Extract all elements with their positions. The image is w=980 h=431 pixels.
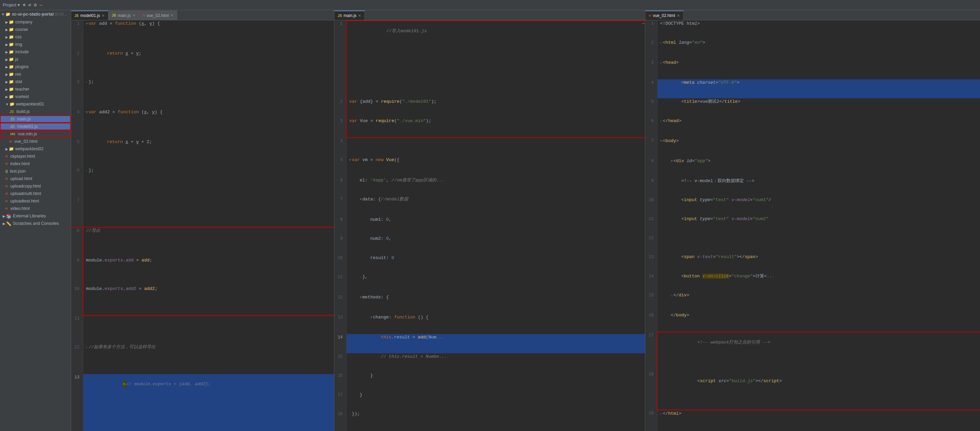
add-icon[interactable]: ⊕ xyxy=(23,2,25,8)
line-number: 6 xyxy=(334,177,346,196)
close-icon[interactable]: ✕ xyxy=(132,13,135,18)
tab-label: model01.js xyxy=(80,13,100,18)
tab-model01-js[interactable]: JS model01.js ✕ xyxy=(71,11,108,20)
line-number: 16 xyxy=(645,312,657,332)
arrow-icon: ▶ xyxy=(5,80,8,84)
tab-vue02-html-3[interactable]: H vue_02.html ✕ xyxy=(645,11,684,20)
sidebar-item-webpacktest02[interactable]: ▶ 📁 webpacktest02 xyxy=(0,145,71,153)
sidebar-item-js[interactable]: ▶ 📁 js xyxy=(0,56,71,63)
arrow-icon: ▶ xyxy=(5,65,8,69)
scratches-and-consoles[interactable]: ▶ ✏️ Scratches and Consoles xyxy=(0,220,71,227)
tab-main-js[interactable]: JS main.js ✕ xyxy=(108,11,139,20)
code-line: ▷<head> xyxy=(657,59,980,79)
sidebar-item-vue02-html[interactable]: H vue_02.html xyxy=(0,138,71,145)
sidebar-item-uploadmulti-html[interactable]: H uploadmulti.html xyxy=(0,190,71,197)
sidebar-item-include[interactable]: ▶ 📁 include xyxy=(0,48,71,56)
sidebar-item-video-html[interactable]: H video.html xyxy=(0,205,71,212)
sidebar-item-build-js[interactable]: JS build.js xyxy=(0,108,71,115)
arrow-icon: ▶ xyxy=(3,214,5,218)
sidebar-item-label: uploadtest.html xyxy=(11,199,39,203)
folder-icon: 📁 xyxy=(9,57,14,62)
table-row: 2 var {add} = require("./model01"); xyxy=(334,98,645,118)
line-number: 15 xyxy=(645,292,657,312)
sidebar-item-index-html[interactable]: H index.html xyxy=(0,160,71,168)
external-libraries-label: External Libraries xyxy=(13,214,46,219)
code-line: ▼<body> xyxy=(657,138,980,158)
close-icon[interactable]: ✕ xyxy=(170,13,173,18)
line-number: 1 xyxy=(645,20,657,39)
table-row: 12 xyxy=(645,235,980,254)
table-row: 4 xyxy=(334,138,645,157)
scratches-and-consoles-label: Scratches and Consoles xyxy=(13,221,59,226)
tab-main-js-2[interactable]: JS main.js ✕ xyxy=(334,11,365,20)
code-line: //导入model01.js — xyxy=(346,21,645,98)
sidebar: ▼ 📁 xc-ui-pc-static-portal D:\习... ▶ 📁 c… xyxy=(0,10,71,431)
code-line: ▷</head> xyxy=(657,118,980,138)
sidebar-item-uploadtest-html[interactable]: H uploadtest.html xyxy=(0,197,71,205)
code-line: num1: 0, xyxy=(346,216,645,236)
code-line: ▷//如果有多个方法，可以这样导出 xyxy=(83,344,334,374)
arrow-icon: ▶ xyxy=(5,147,8,151)
line-number: 4 xyxy=(645,79,657,98)
line-number: 10 xyxy=(645,197,657,216)
sidebar-item-course[interactable]: ▶ 📁 course xyxy=(0,26,71,33)
sidebar-item-ckplayer[interactable]: H ckplayer.html xyxy=(0,153,71,160)
code-line xyxy=(83,197,334,227)
sidebar-item-img[interactable]: ▶ 📁 img xyxy=(0,41,71,48)
js-file-icon: JS xyxy=(10,125,14,129)
table-row: 16 } xyxy=(334,372,645,392)
project-root[interactable]: ▼ 📁 xc-ui-pc-static-portal D:\习... xyxy=(0,10,71,18)
editor-content-1[interactable]: 1 ▼var add = function (x, y) { 2 return … xyxy=(71,20,334,431)
tab-vue02-html[interactable]: H vue_02.html ✕ xyxy=(139,11,178,20)
sidebar-item-plugins[interactable]: ▶ 📁 plugins xyxy=(0,63,71,70)
table-row: 10 <input type="text" v-model="num1"/ xyxy=(645,197,980,216)
sidebar-item-label: course xyxy=(15,27,28,32)
code-line: <!-- v-model：双向数据绑定 --> xyxy=(657,178,980,197)
js-icon: JS xyxy=(338,14,342,18)
sidebar-item-test-json[interactable]: {} test.json xyxy=(0,168,71,175)
sidebar-item-upload-html[interactable]: H upload.html xyxy=(0,175,71,182)
close-icon[interactable]: ✕ xyxy=(102,14,105,18)
code-table-3: 1 <!DOCTYPE html> 2 ▷<html lang="en"> 3 … xyxy=(645,20,980,431)
main-container: ▼ 📁 xc-ui-pc-static-portal D:\习... ▶ 📁 c… xyxy=(0,10,980,431)
sidebar-item-uploadcopy-html[interactable]: H uploadcopy.html xyxy=(0,182,71,190)
sidebar-item-vue-min-js[interactable]: 101 vue.min.js xyxy=(0,130,71,138)
line-number: 8 xyxy=(71,227,83,257)
line-number: 5 xyxy=(645,98,657,117)
project-label[interactable]: Project ▾ xyxy=(3,2,20,8)
sync-icon[interactable]: ⇄ xyxy=(29,2,31,8)
sidebar-item-res[interactable]: ▶ 📁 res xyxy=(0,70,71,78)
code-line: <!-- webpack打包之后的引用 --> xyxy=(657,332,980,371)
sidebar-item-teacher[interactable]: ▶ 📁 teacher xyxy=(0,85,71,93)
sidebar-item-stat[interactable]: ▶ 📁 stat xyxy=(0,78,71,85)
code-line: return x + y; xyxy=(83,50,334,79)
sidebar-item-model01-js[interactable]: JS model01.js xyxy=(0,123,71,130)
sidebar-item-company[interactable]: ▶ 📁 company xyxy=(0,18,71,26)
sidebar-item-label: test.json xyxy=(10,169,26,174)
table-row: 13 ▼change: function () { xyxy=(334,314,645,334)
sidebar-item-main-js[interactable]: JS main.js xyxy=(0,115,71,123)
gear-icon[interactable]: ⚙ xyxy=(34,2,37,8)
table-row: 12 ▼methods: { xyxy=(334,294,645,314)
sidebar-item-vuetest[interactable]: ▶ 📁 vuetest xyxy=(0,93,71,101)
line-number: 17 xyxy=(334,392,346,411)
editor-tabs-2: JS main.js ✕ xyxy=(334,10,645,20)
line-number: 1 xyxy=(71,20,83,50)
sidebar-item-label: vuetest xyxy=(15,94,29,99)
external-libraries[interactable]: ▶ 📚 External Libraries xyxy=(0,212,71,220)
table-row: 8 //导出 xyxy=(71,227,334,257)
sidebar-item-webpacktest01[interactable]: ▼ 📁 webpacktest01 xyxy=(0,101,71,108)
table-row: 6 el: '#app', //vm接管了app区域的... xyxy=(334,177,645,196)
editor-content-3[interactable]: 1 <!DOCTYPE html> 2 ▷<html lang="en"> 3 … xyxy=(645,20,980,431)
html-file-icon: H xyxy=(5,177,8,180)
folder-icon: 📁 xyxy=(9,35,14,39)
root-name: xc-ui-pc-static-portal xyxy=(12,12,54,17)
folder-icon: 📁 xyxy=(9,79,14,84)
editor-content-2[interactable]: 1 //导入model01.js — 2 var {add} = require… xyxy=(334,20,645,431)
sidebar-item-css[interactable]: ▶ 📁 css xyxy=(0,33,71,41)
code-line: ▷</html> xyxy=(657,410,980,431)
minimize-icon[interactable]: — xyxy=(39,2,42,8)
code-line: <script src="build.js"></script> xyxy=(657,371,980,410)
close-icon[interactable]: ✕ xyxy=(358,14,361,18)
close-icon[interactable]: ✕ xyxy=(677,14,680,18)
